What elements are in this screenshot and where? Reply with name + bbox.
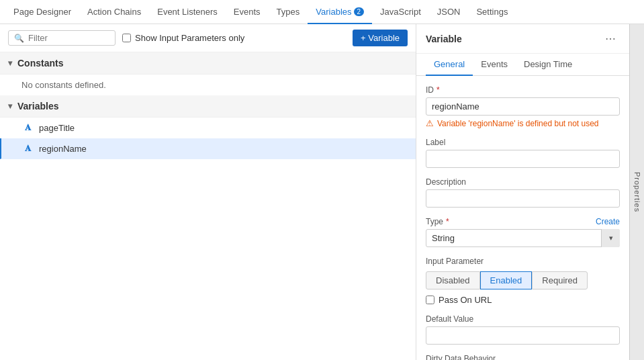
nav-item-types[interactable]: Types [269, 0, 308, 24]
nav-badge-variables: 2 [354, 7, 365, 16]
show-input-parameters-checkbox[interactable] [122, 34, 131, 42]
right-panel: Variable ⋯ General Events Design Time ID… [416, 24, 644, 360]
nav-item-variables[interactable]: Variables2 [308, 0, 372, 24]
description-field: Description [426, 177, 620, 208]
create-link[interactable]: Create [596, 217, 620, 226]
tree-container: ▾ Constants No constants defined. ▾ Vari… [0, 52, 416, 360]
type-required-star: * [446, 217, 449, 226]
label-label: Label [426, 138, 620, 147]
description-input[interactable] [426, 189, 620, 208]
nav-item-action-chains[interactable]: Action Chains [79, 0, 149, 24]
variable-name-regionName: regionName [39, 144, 87, 154]
panel-header: Variable ⋯ [416, 24, 629, 54]
panel-menu-button[interactable]: ⋯ [601, 31, 620, 46]
variable-type-icon: 𝐀 [21, 143, 34, 154]
id-warning-message: ⚠ Variable 'regionName' is defined but n… [426, 118, 620, 128]
tree-item-pageTitle[interactable]: 𝐀 pageTitle [0, 118, 416, 138]
properties-panel: Variable ⋯ General Events Design Time ID… [416, 24, 644, 360]
properties-sidebar-tab[interactable]: Properties [629, 24, 644, 360]
panel-tabs: General Events Design Time [416, 54, 629, 76]
nav-item-javascript[interactable]: JavaScript [372, 0, 429, 24]
type-label: Type * [426, 217, 449, 226]
default-value-input[interactable] [426, 326, 620, 345]
top-nav: Page DesignerAction ChainsEvent Listener… [0, 0, 644, 24]
pass-on-url-label: Pass On URL [439, 295, 492, 305]
type-select[interactable]: String Number Boolean Object Array [426, 229, 620, 247]
id-field: ID * ⚠ Variable 'regionName' is defined … [426, 85, 620, 128]
no-constants-message: No constants defined. [0, 75, 416, 95]
id-label: ID * [426, 85, 620, 95]
show-input-parameters-label: Show Input Parameters only [135, 33, 244, 43]
toolbar: 🔍 Show Input Parameters only + Variable [0, 24, 416, 52]
id-required-star: * [436, 85, 440, 95]
panel-title: Variable [426, 34, 462, 44]
filter-input[interactable] [28, 33, 102, 43]
tab-general[interactable]: General [426, 54, 473, 76]
dirty-data-label: Dirty Data Behavior [426, 354, 620, 360]
input-parameter-section: Input Parameter Disabled Enabled Require… [426, 257, 620, 305]
toggle-enabled-button[interactable]: Enabled [480, 271, 533, 289]
nav-item-events[interactable]: Events [226, 0, 269, 24]
default-value-label: Default Value [426, 314, 620, 324]
constants-chevron-icon: ▾ [8, 58, 12, 68]
warning-icon: ⚠ [426, 118, 434, 128]
variables-chevron-icon: ▾ [8, 101, 12, 111]
toggle-required-button[interactable]: Required [532, 271, 588, 289]
variable-name-pageTitle: pageTitle [39, 123, 75, 133]
variables-label: Variables [17, 101, 59, 111]
nav-item-json[interactable]: JSON [429, 0, 469, 24]
tree-item-regionName[interactable]: 𝐀 regionName [0, 138, 416, 159]
description-label: Description [426, 177, 620, 187]
dirty-data-field: Dirty Data Behavior [426, 354, 620, 360]
pass-on-url-row: Pass On URL [426, 295, 620, 305]
tab-design-time[interactable]: Design Time [516, 54, 580, 76]
nav-item-settings[interactable]: Settings [468, 0, 516, 24]
constants-label: Constants [17, 58, 63, 69]
pass-on-url-checkbox[interactable] [426, 296, 434, 304]
panel-body: ID * ⚠ Variable 'regionName' is defined … [416, 76, 629, 360]
type-row: Type * Create [426, 217, 620, 226]
toggle-disabled-button[interactable]: Disabled [426, 271, 480, 289]
add-variable-button[interactable]: + Variable [353, 30, 408, 46]
toggle-group: Disabled Enabled Required [426, 271, 620, 289]
search-icon: 🔍 [14, 34, 24, 43]
label-field: Label [426, 138, 620, 168]
label-input[interactable] [426, 150, 620, 168]
id-input[interactable] [426, 97, 620, 116]
nav-item-event-listeners[interactable]: Event Listeners [149, 0, 226, 24]
type-field: Type * Create String Number Boolean Obje… [426, 217, 620, 247]
variables-section-header[interactable]: ▾ Variables [0, 95, 416, 118]
filter-input-wrap[interactable]: 🔍 [8, 30, 116, 46]
variable-type-icon: 𝐀 [21, 122, 34, 133]
constants-section-header[interactable]: ▾ Constants [0, 52, 416, 75]
warning-text: Variable 'regionName' is defined but not… [437, 119, 599, 128]
input-parameter-label: Input Parameter [426, 257, 620, 266]
nav-item-page-designer[interactable]: Page Designer [5, 0, 79, 24]
tab-events[interactable]: Events [473, 54, 516, 76]
type-select-wrap: String Number Boolean Object Array ▾ [426, 229, 620, 247]
main-layout: 🔍 Show Input Parameters only + Variable … [0, 24, 644, 360]
left-panel: 🔍 Show Input Parameters only + Variable … [0, 24, 416, 360]
show-input-wrap: Show Input Parameters only [122, 33, 244, 43]
default-value-field: Default Value [426, 314, 620, 345]
